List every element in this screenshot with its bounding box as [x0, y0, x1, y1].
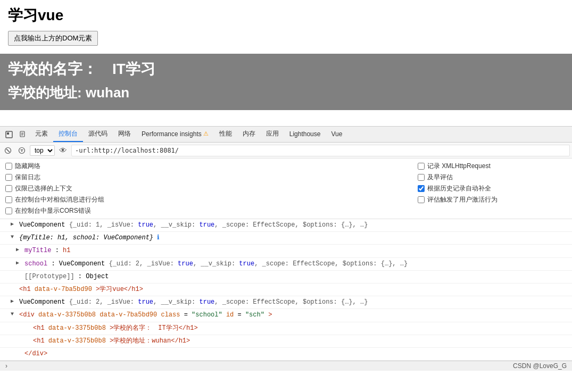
cb-user-activation[interactable]: 评估触发了用户激活行为 — [418, 195, 567, 204]
tab-network[interactable]: 网络 — [113, 127, 136, 142]
performance-warning-icon: ⚠ — [203, 130, 209, 137]
tab-sources[interactable]: 源代码 — [83, 127, 113, 142]
console-line: [[Prototype]] : Object — [0, 271, 572, 283]
tab-application[interactable]: 应用 — [261, 127, 284, 142]
expand-arrow-icon — [16, 246, 23, 254]
tab-memory[interactable]: 内存 — [237, 127, 261, 142]
tab-vue[interactable]: Vue — [326, 127, 347, 142]
console-line: <h1 data-v-3375b0b8 >学校的名字： IT学习</h1> — [0, 322, 572, 335]
console-line: <h1 data-v-3375b0b8 >学校的地址：wuhan</h1> — [0, 335, 572, 348]
console-output: VueComponent {_uid: 1, _isVue: true, __v… — [0, 219, 572, 361]
dom-output-button[interactable]: 点我输出上方的DOM元素 — [8, 31, 98, 46]
tab-console[interactable]: 控制台 — [53, 127, 83, 142]
app-header: 学习vue 点我输出上方的DOM元素 — [0, 0, 572, 48]
filter-button[interactable] — [16, 143, 28, 158]
checkboxes-right-group: 记录 XMLHttpRequest 及早评估 根据历史记录自动补全 评估触发了用… — [418, 162, 567, 215]
bottom-bar: › CSDN @LoveG_G — [0, 361, 572, 371]
console-settings: 隐藏网络 保留日志 仅限已选择的上下文 在控制台中对相似消息进行分组 在控制台中… — [0, 159, 572, 219]
devtools-tabs-bar: 元素 控制台 源代码 网络 Performance insights ⚠ 性能 … — [0, 127, 572, 143]
cb-hide-network[interactable]: 隐藏网络 — [5, 162, 418, 171]
school-info-section: 学校的名字： IT学习 学校的地址: wuhan — [0, 54, 572, 110]
svg-line-7 — [6, 149, 10, 152]
tab-performance-insights[interactable]: Performance insights ⚠ — [136, 127, 214, 142]
cb-group-similar[interactable]: 在控制台中对相似消息进行分组 — [5, 195, 418, 204]
expand-arrow-icon — [11, 310, 18, 319]
filter-input[interactable] — [71, 145, 570, 156]
tab-performance[interactable]: 性能 — [214, 127, 237, 142]
expand-arrow-icon — [11, 220, 18, 229]
tab-lighthouse[interactable]: Lighthouse — [284, 127, 326, 142]
expand-arrow-icon — [11, 297, 18, 306]
app-title-zh: 学习 — [8, 7, 38, 23]
credit-text: CSDN @LoveG_G — [513, 362, 567, 370]
console-line[interactable]: <div data-v-3375b0b8 data-v-7ba5bd90 cla… — [0, 309, 572, 322]
cb-log-xmlhttp[interactable]: 记录 XMLHttpRequest — [418, 162, 567, 171]
cursor-icon-btn[interactable] — [2, 127, 16, 142]
context-selector[interactable]: top — [30, 145, 55, 156]
chevron-right-icon[interactable]: › — [5, 362, 7, 370]
console-line[interactable]: VueComponent {_uid: 1, _isVue: true, __v… — [0, 219, 572, 232]
devtools-panel: 元素 控制台 源代码 网络 Performance insights ⚠ 性能 … — [0, 126, 572, 371]
clear-console-button[interactable] — [2, 143, 14, 158]
app-title: 学习vue — [8, 5, 564, 26]
school-addr: 学校的地址: wuhan — [8, 84, 564, 102]
console-line[interactable]: myTitle : h1 — [0, 245, 572, 257]
spacer — [0, 110, 572, 126]
cb-preserve-log[interactable]: 保留日志 — [5, 173, 418, 182]
cb-autocomplete-history[interactable]: 根据历史记录自动补全 — [418, 184, 567, 193]
eye-button[interactable]: 👁 — [57, 146, 69, 155]
console-line[interactable]: school : VueComponent {_uid: 2, _isVue: … — [0, 258, 572, 271]
console-line[interactable]: VueComponent {_uid: 2, _isVue: true, __v… — [0, 296, 572, 309]
expand-arrow-icon — [16, 259, 23, 268]
console-toolbar: top 👁 — [0, 143, 572, 159]
app-title-en: vue — [38, 7, 63, 23]
console-line[interactable]: {myTitle: h1, school: VueComponent} ℹ — [0, 232, 572, 245]
console-line: <h1 data-v-7ba5bd90 >学习vue</h1> — [0, 283, 572, 296]
console-line: </div> — [0, 348, 572, 361]
school-name: 学校的名字： IT学习 — [8, 59, 564, 79]
cb-eager-eval[interactable]: 及早评估 — [418, 173, 567, 182]
file-icon-btn[interactable] — [16, 127, 30, 142]
expand-arrow-icon — [11, 233, 18, 241]
tab-elements[interactable]: 元素 — [30, 127, 53, 142]
cb-selected-context[interactable]: 仅限已选择的上下文 — [5, 184, 418, 193]
svg-rect-1 — [7, 132, 9, 135]
cb-cors-errors[interactable]: 在控制台中显示CORS错误 — [5, 206, 418, 215]
checkboxes-left-group: 隐藏网络 保留日志 仅限已选择的上下文 在控制台中对相似消息进行分组 在控制台中… — [5, 162, 418, 215]
